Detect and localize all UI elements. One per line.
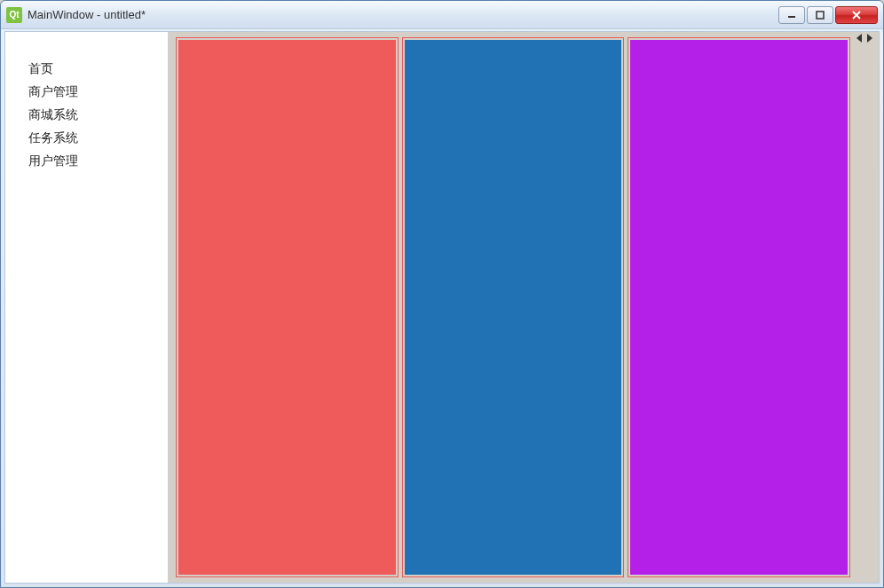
close-button[interactable] [835, 6, 878, 24]
sidebar-item-home[interactable]: 首页 [5, 57, 168, 80]
maximize-icon [816, 11, 825, 20]
app-icon-label: Qt [9, 10, 19, 20]
sidebar-item-merchant[interactable]: 商户管理 [5, 80, 168, 103]
panel-container-1[interactable] [176, 37, 399, 577]
panel-red[interactable] [178, 40, 396, 575]
scroll-right-button[interactable] [864, 32, 875, 44]
sidebar: 首页 商户管理 商城系统 任务系统 用户管理 [5, 32, 169, 583]
panel-blue[interactable] [405, 40, 622, 575]
panel-purple[interactable] [630, 40, 848, 575]
panel-container-2[interactable] [402, 37, 625, 577]
sidebar-item-label: 商户管理 [28, 84, 78, 98]
sidebar-item-mall[interactable]: 商城系统 [5, 103, 168, 126]
svg-marker-5 [867, 34, 872, 43]
sidebar-item-label: 任务系统 [28, 130, 78, 145]
titlebar[interactable]: Qt MainWindow - untitled* [1, 1, 883, 29]
window-title: MainWindow - untitled* [28, 8, 778, 21]
svg-rect-1 [817, 12, 824, 19]
tab-scroll-arrows [854, 32, 875, 44]
sidebar-item-task[interactable]: 任务系统 [5, 126, 168, 149]
sidebar-item-user[interactable]: 用户管理 [5, 149, 168, 172]
minimize-icon [787, 11, 796, 20]
minimize-button[interactable] [778, 6, 805, 24]
client-area: 首页 商户管理 商城系统 任务系统 用户管理 [4, 31, 880, 584]
maximize-button[interactable] [807, 6, 833, 24]
sidebar-item-label: 用户管理 [28, 153, 78, 168]
triangle-left-icon [856, 34, 863, 43]
window-controls [778, 6, 878, 24]
scroll-left-button[interactable] [854, 32, 864, 44]
close-icon [851, 11, 862, 20]
sidebar-item-label: 商城系统 [28, 107, 78, 122]
panel-container-3[interactable] [627, 37, 850, 577]
triangle-right-icon [866, 34, 873, 43]
designer-canvas[interactable] [169, 32, 879, 583]
sidebar-item-label: 首页 [28, 61, 53, 75]
qt-app-icon: Qt [6, 7, 22, 23]
main-window: Qt MainWindow - untitled* 首页 商户管 [0, 0, 884, 588]
svg-marker-4 [856, 34, 862, 43]
